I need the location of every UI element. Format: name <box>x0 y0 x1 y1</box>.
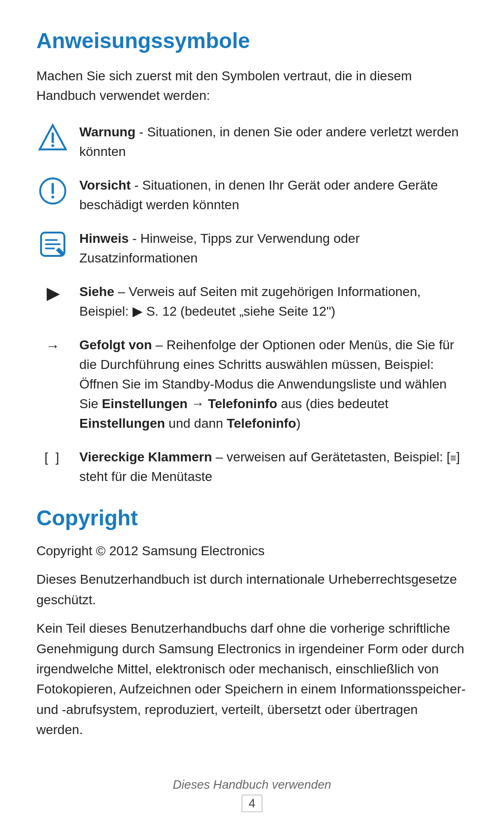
hinweis-text: Hinweis - Hinweise, Tipps zur Verwendung… <box>79 229 468 268</box>
list-item: Vorsicht - Situationen, in denen Ihr Ger… <box>36 176 468 215</box>
intro-paragraph: Machen Sie sich zuerst mit den Symbolen … <box>36 66 468 106</box>
footer: Dieses Handbuch verwenden 4 <box>36 778 468 812</box>
list-item: Hinweis - Hinweise, Tipps zur Verwendung… <box>36 229 468 268</box>
footer-text: Dieses Handbuch verwenden <box>36 778 468 792</box>
siehe-text: Siehe – Verweis auf Seiten mit zugehörig… <box>79 282 468 321</box>
gefolgt-icon: → <box>36 335 69 354</box>
warning-icon <box>36 122 69 152</box>
copyright-line1: Copyright © 2012 Samsung Electronics <box>36 541 468 561</box>
hinweis-icon <box>36 229 69 259</box>
list-item: ▶ Siehe – Verweis auf Seiten mit zugehör… <box>36 282 468 321</box>
list-item: Warnung - Situationen, in denen Sie oder… <box>36 122 468 162</box>
klammern-text: Viereckige Klammern – verweisen auf Gerä… <box>79 447 468 487</box>
gefolgt-text: Gefolgt von – Reihenfolge der Optionen o… <box>79 335 468 433</box>
svg-point-2 <box>51 144 54 147</box>
copyright-title: Copyright <box>36 505 468 530</box>
footer-page-number: 4 <box>242 795 262 812</box>
copyright-line2: Dieses Benutzerhandbuch ist durch intern… <box>36 569 468 610</box>
vorsicht-icon <box>36 176 69 205</box>
brackets-icon: [ ] <box>36 447 69 465</box>
warnung-text: Warnung - Situationen, in denen Sie oder… <box>79 122 468 162</box>
copyright-line3: Kein Teil dieses Benutzerhandbuchs darf … <box>36 618 468 740</box>
anweisungssymbole-section: Anweisungssymbole Machen Sie sich zuerst… <box>36 28 468 487</box>
symbols-list: Warnung - Situationen, in denen Sie oder… <box>36 122 468 487</box>
vorsicht-text: Vorsicht - Situationen, in denen Ihr Ger… <box>79 176 468 215</box>
svg-point-5 <box>51 196 54 198</box>
anweisungssymbole-title: Anweisungssymbole <box>36 28 468 53</box>
list-item: → Gefolgt von – Reihenfolge der Optionen… <box>36 335 468 433</box>
copyright-section: Copyright Copyright © 2012 Samsung Elect… <box>36 505 468 740</box>
list-item: [ ] Viereckige Klammern – verweisen auf … <box>36 447 468 487</box>
siehe-icon: ▶ <box>36 282 69 303</box>
